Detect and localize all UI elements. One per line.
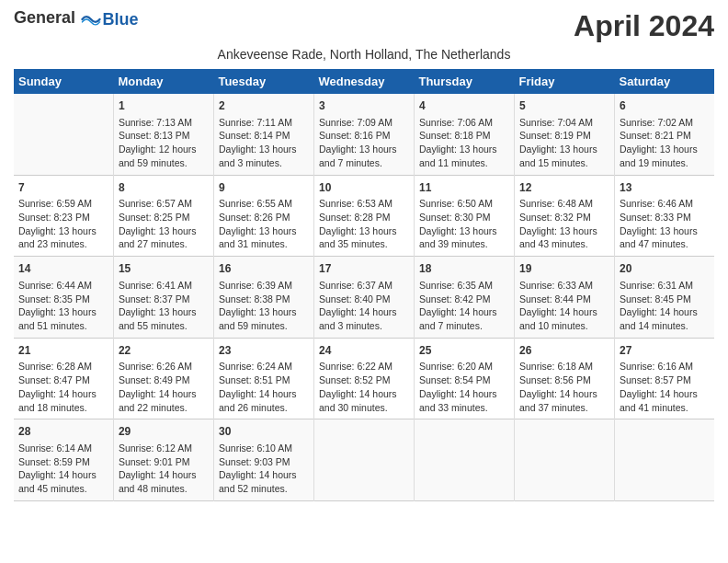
logo: General Blue xyxy=(14,9,139,29)
day-number: 24 xyxy=(319,343,409,359)
day-number: 12 xyxy=(519,180,609,196)
calendar-cell xyxy=(615,419,714,501)
calendar-header-row: SundayMondayTuesdayWednesdayThursdayFrid… xyxy=(14,69,714,94)
calendar-week-row: 21Sunrise: 6:28 AMSunset: 8:47 PMDayligh… xyxy=(14,338,714,419)
calendar-header-cell: Friday xyxy=(515,69,615,94)
calendar-cell: 1Sunrise: 7:13 AMSunset: 8:13 PMDaylight… xyxy=(113,94,213,175)
day-number: 21 xyxy=(18,343,108,359)
cell-info: Sunrise: 7:06 AMSunset: 8:18 PMDaylight:… xyxy=(419,116,509,170)
calendar-cell xyxy=(14,94,113,175)
calendar-header-cell: Tuesday xyxy=(213,69,313,94)
calendar-cell xyxy=(414,419,514,501)
day-number: 27 xyxy=(620,343,710,359)
cell-info: Sunrise: 7:02 AMSunset: 8:21 PMDaylight:… xyxy=(620,116,710,170)
day-number: 29 xyxy=(119,424,209,440)
page-header: General Blue April 2024 xyxy=(14,9,714,43)
day-number: 23 xyxy=(219,343,309,359)
day-number: 3 xyxy=(319,98,409,114)
day-number: 2 xyxy=(219,98,309,114)
day-number: 15 xyxy=(119,261,209,277)
cell-info: Sunrise: 6:31 AMSunset: 8:45 PMDaylight:… xyxy=(620,279,710,333)
calendar-cell: 10Sunrise: 6:53 AMSunset: 8:28 PMDayligh… xyxy=(313,175,414,257)
calendar-week-row: 7Sunrise: 6:59 AMSunset: 8:23 PMDaylight… xyxy=(14,175,714,257)
cell-info: Sunrise: 6:20 AMSunset: 8:54 PMDaylight:… xyxy=(419,360,509,414)
day-number: 26 xyxy=(519,343,609,359)
day-number: 14 xyxy=(18,261,108,277)
cell-info: Sunrise: 7:04 AMSunset: 8:19 PMDaylight:… xyxy=(519,116,609,170)
calendar-cell: 27Sunrise: 6:16 AMSunset: 8:57 PMDayligh… xyxy=(615,338,714,419)
cell-info: Sunrise: 6:59 AMSunset: 8:23 PMDaylight:… xyxy=(18,197,108,251)
calendar-cell: 16Sunrise: 6:39 AMSunset: 8:38 PMDayligh… xyxy=(213,257,313,339)
subtitle: Ankeveense Rade, North Holland, The Neth… xyxy=(14,47,714,62)
cell-info: Sunrise: 6:41 AMSunset: 8:37 PMDaylight:… xyxy=(119,279,209,333)
calendar-header-cell: Wednesday xyxy=(313,69,414,94)
day-number: 4 xyxy=(419,98,509,114)
cell-info: Sunrise: 6:46 AMSunset: 8:33 PMDaylight:… xyxy=(620,197,710,251)
cell-info: Sunrise: 6:33 AMSunset: 8:44 PMDaylight:… xyxy=(519,279,609,333)
cell-info: Sunrise: 6:14 AMSunset: 8:59 PMDaylight:… xyxy=(18,442,108,496)
calendar-header-cell: Monday xyxy=(113,69,213,94)
cell-info: Sunrise: 7:09 AMSunset: 8:16 PMDaylight:… xyxy=(319,116,409,170)
calendar-body: 1Sunrise: 7:13 AMSunset: 8:13 PMDaylight… xyxy=(14,94,714,500)
cell-info: Sunrise: 6:53 AMSunset: 8:28 PMDaylight:… xyxy=(319,197,409,251)
calendar-week-row: 14Sunrise: 6:44 AMSunset: 8:35 PMDayligh… xyxy=(14,257,714,339)
cell-info: Sunrise: 6:39 AMSunset: 8:38 PMDaylight:… xyxy=(219,279,309,333)
day-number: 10 xyxy=(319,180,409,196)
day-number: 7 xyxy=(18,180,108,196)
cell-info: Sunrise: 6:26 AMSunset: 8:49 PMDaylight:… xyxy=(119,360,209,414)
cell-info: Sunrise: 6:18 AMSunset: 8:56 PMDaylight:… xyxy=(519,360,609,414)
cell-info: Sunrise: 6:35 AMSunset: 8:42 PMDaylight:… xyxy=(419,279,509,333)
cell-info: Sunrise: 7:11 AMSunset: 8:14 PMDaylight:… xyxy=(219,116,309,170)
calendar-header-cell: Saturday xyxy=(615,69,714,94)
calendar-cell: 23Sunrise: 6:24 AMSunset: 8:51 PMDayligh… xyxy=(213,338,313,419)
day-number: 5 xyxy=(519,98,609,114)
calendar-cell: 9Sunrise: 6:55 AMSunset: 8:26 PMDaylight… xyxy=(213,175,313,257)
cell-info: Sunrise: 6:28 AMSunset: 8:47 PMDaylight:… xyxy=(18,360,108,414)
day-number: 22 xyxy=(119,343,209,359)
cell-info: Sunrise: 6:50 AMSunset: 8:30 PMDaylight:… xyxy=(419,197,509,251)
cell-info: Sunrise: 6:24 AMSunset: 8:51 PMDaylight:… xyxy=(219,360,309,414)
calendar-cell: 21Sunrise: 6:28 AMSunset: 8:47 PMDayligh… xyxy=(14,338,113,419)
calendar-cell: 20Sunrise: 6:31 AMSunset: 8:45 PMDayligh… xyxy=(615,257,714,339)
cell-info: Sunrise: 6:10 AMSunset: 9:03 PMDaylight:… xyxy=(219,442,309,496)
calendar-cell xyxy=(313,419,414,501)
calendar-cell: 28Sunrise: 6:14 AMSunset: 8:59 PMDayligh… xyxy=(14,419,113,501)
calendar-week-row: 28Sunrise: 6:14 AMSunset: 8:59 PMDayligh… xyxy=(14,419,714,501)
calendar-cell: 29Sunrise: 6:12 AMSunset: 9:01 PMDayligh… xyxy=(113,419,213,501)
day-number: 13 xyxy=(620,180,710,196)
calendar-header-cell: Thursday xyxy=(414,69,514,94)
calendar-cell: 18Sunrise: 6:35 AMSunset: 8:42 PMDayligh… xyxy=(414,257,514,339)
calendar-table: SundayMondayTuesdayWednesdayThursdayFrid… xyxy=(14,69,714,501)
day-number: 19 xyxy=(519,261,609,277)
calendar-cell: 13Sunrise: 6:46 AMSunset: 8:33 PMDayligh… xyxy=(615,175,714,257)
day-number: 28 xyxy=(18,424,108,440)
calendar-cell xyxy=(515,419,615,501)
main-title: April 2024 xyxy=(574,9,714,43)
day-number: 8 xyxy=(119,180,209,196)
day-number: 6 xyxy=(620,98,710,114)
calendar-cell: 4Sunrise: 7:06 AMSunset: 8:18 PMDaylight… xyxy=(414,94,514,175)
day-number: 11 xyxy=(419,180,509,196)
calendar-header-cell: Sunday xyxy=(14,69,113,94)
day-number: 18 xyxy=(419,261,509,277)
day-number: 20 xyxy=(620,261,710,277)
cell-info: Sunrise: 6:55 AMSunset: 8:26 PMDaylight:… xyxy=(219,197,309,251)
calendar-cell: 25Sunrise: 6:20 AMSunset: 8:54 PMDayligh… xyxy=(414,338,514,419)
calendar-cell: 3Sunrise: 7:09 AMSunset: 8:16 PMDaylight… xyxy=(313,94,414,175)
calendar-cell: 6Sunrise: 7:02 AMSunset: 8:21 PMDaylight… xyxy=(615,94,714,175)
day-number: 9 xyxy=(219,180,309,196)
calendar-cell: 24Sunrise: 6:22 AMSunset: 8:52 PMDayligh… xyxy=(313,338,414,419)
cell-info: Sunrise: 6:37 AMSunset: 8:40 PMDaylight:… xyxy=(319,279,409,333)
day-number: 30 xyxy=(219,424,309,440)
day-number: 1 xyxy=(119,98,209,114)
calendar-week-row: 1Sunrise: 7:13 AMSunset: 8:13 PMDaylight… xyxy=(14,94,714,175)
calendar-cell: 7Sunrise: 6:59 AMSunset: 8:23 PMDaylight… xyxy=(14,175,113,257)
cell-info: Sunrise: 6:48 AMSunset: 8:32 PMDaylight:… xyxy=(519,197,609,251)
day-number: 17 xyxy=(319,261,409,277)
cell-info: Sunrise: 6:44 AMSunset: 8:35 PMDaylight:… xyxy=(18,279,108,333)
calendar-cell: 14Sunrise: 6:44 AMSunset: 8:35 PMDayligh… xyxy=(14,257,113,339)
calendar-cell: 8Sunrise: 6:57 AMSunset: 8:25 PMDaylight… xyxy=(113,175,213,257)
cell-info: Sunrise: 7:13 AMSunset: 8:13 PMDaylight:… xyxy=(119,116,209,170)
cell-info: Sunrise: 6:22 AMSunset: 8:52 PMDaylight:… xyxy=(319,360,409,414)
calendar-cell: 22Sunrise: 6:26 AMSunset: 8:49 PMDayligh… xyxy=(113,338,213,419)
